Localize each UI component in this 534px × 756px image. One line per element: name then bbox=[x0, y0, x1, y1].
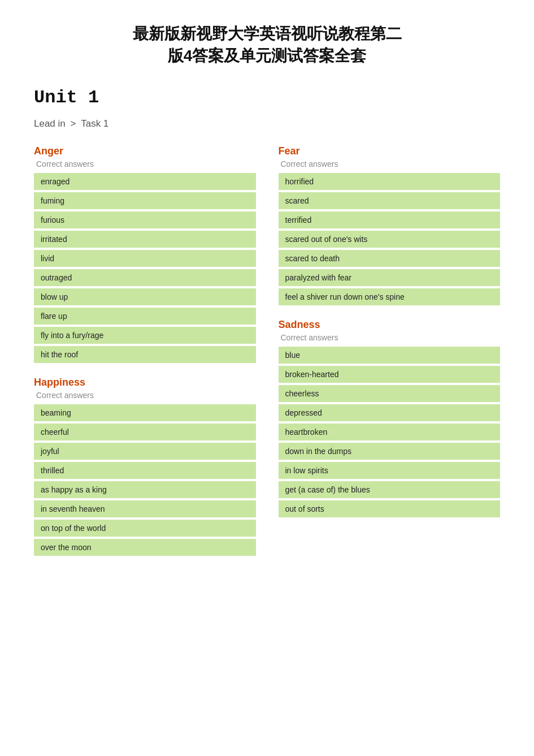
happiness-answer-list: beaming cheerful joyful thrilled as happ… bbox=[34, 404, 256, 556]
list-item: flare up bbox=[34, 308, 256, 325]
sadness-title: Sadness bbox=[279, 319, 501, 331]
list-item: get (a case of) the blues bbox=[279, 481, 501, 498]
list-item: fuming bbox=[34, 192, 256, 209]
list-item: blue bbox=[279, 347, 501, 364]
unit-heading: Unit 1 bbox=[34, 87, 500, 108]
fear-section: Fear Correct answers horrified scared te… bbox=[279, 145, 501, 305]
left-column: Anger Correct answers enraged fuming fur… bbox=[34, 145, 256, 569]
fear-correct-label: Correct answers bbox=[279, 159, 501, 169]
list-item: in low spirits bbox=[279, 462, 501, 479]
anger-answer-list: enraged fuming furious irritated livid o… bbox=[34, 173, 256, 363]
list-item: scared bbox=[279, 192, 501, 209]
list-item: terrified bbox=[279, 211, 501, 228]
breadcrumb: Lead in > Task 1 bbox=[34, 118, 500, 129]
list-item: joyful bbox=[34, 443, 256, 460]
list-item: blow up bbox=[34, 288, 256, 305]
list-item: over the moon bbox=[34, 539, 256, 556]
list-item: on top of the world bbox=[34, 520, 256, 537]
list-item: down in the dumps bbox=[279, 443, 501, 460]
list-item: in seventh heaven bbox=[34, 500, 256, 517]
list-item: beaming bbox=[34, 404, 256, 421]
happiness-correct-label: Correct answers bbox=[34, 391, 256, 400]
list-item: scared out of one's wits bbox=[279, 231, 501, 248]
fear-title: Fear bbox=[279, 145, 501, 157]
page-title: 最新版新视野大学英语视听说教程第二 版4答案及单元测试答案全套 bbox=[34, 23, 500, 67]
sadness-section: Sadness Correct answers blue broken-hear… bbox=[279, 319, 501, 517]
list-item: furious bbox=[34, 211, 256, 228]
list-item: enraged bbox=[34, 173, 256, 190]
list-item: cheerful bbox=[34, 424, 256, 440]
list-item: feel a shiver run down one's spine bbox=[279, 288, 501, 305]
breadcrumb-part2: Task 1 bbox=[81, 118, 108, 129]
sadness-answer-list: blue broken-hearted cheerless depressed … bbox=[279, 347, 501, 517]
list-item: outraged bbox=[34, 269, 256, 286]
list-item: horrified bbox=[279, 173, 501, 190]
list-item: broken-hearted bbox=[279, 366, 501, 383]
sadness-correct-label: Correct answers bbox=[279, 333, 501, 342]
anger-section: Anger Correct answers enraged fuming fur… bbox=[34, 145, 256, 363]
happiness-title: Happiness bbox=[34, 377, 256, 388]
anger-title: Anger bbox=[34, 145, 256, 157]
list-item: livid bbox=[34, 250, 256, 267]
breadcrumb-part1: Lead in bbox=[34, 118, 66, 129]
list-item: fly into a fury/rage bbox=[34, 327, 256, 344]
anger-correct-label: Correct answers bbox=[34, 159, 256, 169]
happiness-section: Happiness Correct answers beaming cheerf… bbox=[34, 377, 256, 556]
right-column: Fear Correct answers horrified scared te… bbox=[279, 145, 501, 531]
list-item: scared to death bbox=[279, 250, 501, 267]
list-item: depressed bbox=[279, 404, 501, 421]
list-item: hit the roof bbox=[34, 346, 256, 363]
list-item: heartbroken bbox=[279, 424, 501, 440]
fear-answer-list: horrified scared terrified scared out of… bbox=[279, 173, 501, 305]
list-item: cheerless bbox=[279, 385, 501, 402]
breadcrumb-arrow: > bbox=[71, 118, 79, 129]
list-item: irritated bbox=[34, 231, 256, 248]
list-item: paralyzed with fear bbox=[279, 269, 501, 286]
list-item: as happy as a king bbox=[34, 481, 256, 498]
list-item: thrilled bbox=[34, 462, 256, 479]
list-item: out of sorts bbox=[279, 500, 501, 517]
